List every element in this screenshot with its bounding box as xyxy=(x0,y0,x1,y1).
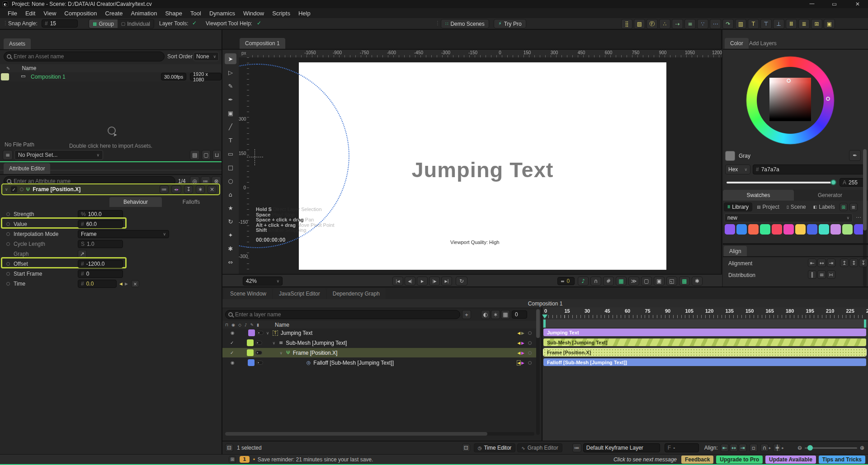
dropper-icon[interactable]: ✎ xyxy=(250,323,254,327)
current-color-swatch[interactable] xyxy=(725,151,735,161)
add-layer-button[interactable]: ＋ xyxy=(462,310,471,319)
kf-right-icon[interactable]: ▶ xyxy=(521,341,524,345)
duplicator-icon[interactable]: ⣿ xyxy=(621,19,632,29)
transport-button[interactable]: ▶| xyxy=(441,277,452,286)
distribute-scatter-icon[interactable]: ∺ xyxy=(827,270,835,279)
direct-select-tool-icon[interactable]: ▷ xyxy=(225,67,236,78)
status-action-button[interactable]: Tips and Tricks xyxy=(819,456,865,464)
interpolation-select[interactable]: Frame∨ xyxy=(78,230,169,238)
snap-angle-field[interactable]: # 15 xyxy=(42,19,78,28)
cube-icon[interactable]: ◇ xyxy=(238,323,241,327)
frame-field[interactable]: F- xyxy=(665,443,699,452)
message-count-badge[interactable]: 1 xyxy=(240,456,250,463)
menu-item[interactable]: Create xyxy=(101,10,127,17)
ellipse-tool-icon[interactable]: ○ xyxy=(225,175,236,186)
layer-color-chip[interactable] xyxy=(247,349,254,356)
solo-icon[interactable]: ▮ xyxy=(257,323,259,327)
select-tool-icon[interactable]: ➤ xyxy=(225,53,236,64)
keyframe-nav-icon[interactable]: ◂▸ xyxy=(171,185,181,193)
kf-right-icon[interactable]: ▶ xyxy=(521,351,524,355)
menu-item[interactable]: Help xyxy=(294,10,315,17)
layer-name[interactable]: Sub-Mesh [Jumping Text] xyxy=(286,340,347,346)
toolbar-grip[interactable]: ⋮ xyxy=(435,20,440,26)
status-action-button[interactable]: Update Available xyxy=(765,456,816,464)
stagger-icon[interactable]: ≡ xyxy=(684,19,696,29)
zoom-slider-knob[interactable] xyxy=(807,445,813,451)
close-icon[interactable]: × xyxy=(208,185,217,193)
palette-swatch[interactable] xyxy=(819,224,829,235)
palette-swatch[interactable] xyxy=(842,224,853,235)
hue-marker[interactable] xyxy=(826,97,830,101)
frame-grid-icon[interactable]: ▥ xyxy=(735,19,746,29)
menu-item[interactable]: Dynamics xyxy=(205,10,239,17)
arc-tool-icon[interactable]: ↻ xyxy=(225,216,236,227)
palette-swatch[interactable] xyxy=(725,224,735,235)
layer-toggle[interactable] xyxy=(256,361,263,365)
group-mode-button[interactable]: ▦Group xyxy=(89,19,118,28)
expand-chevron-icon[interactable]: ∨ xyxy=(272,341,275,345)
library-tab[interactable]: ⅢLibrary xyxy=(724,202,752,211)
scene-tab[interactable]: JavaScript Editor xyxy=(273,288,326,299)
kf-left-icon[interactable]: ◀ xyxy=(517,361,520,365)
palette-select[interactable]: new∨ xyxy=(724,213,853,222)
pen-tool-icon[interactable]: ✒ xyxy=(225,94,236,105)
layer-color-chip[interactable] xyxy=(248,359,255,366)
layer-row[interactable]: ◉ ∨ T Jumping Text ◀ ▶ xyxy=(222,328,536,338)
toolbar-grip[interactable]: ⋮ xyxy=(3,20,8,26)
kf-right-icon[interactable]: ▶ xyxy=(521,331,524,335)
viewport-tab-composition[interactable]: Composition 1 xyxy=(240,38,285,49)
pin-icon[interactable]: ↧ xyxy=(184,185,193,193)
layer-toggle[interactable] xyxy=(255,341,262,345)
tab-add-layers[interactable]: Add Layers xyxy=(749,40,777,47)
solo-radio[interactable] xyxy=(20,188,24,191)
kf-left-icon[interactable]: ◀ xyxy=(517,351,520,355)
work-area-end-handle[interactable] xyxy=(864,319,866,328)
trash-icon[interactable]: ⊔ xyxy=(212,150,222,160)
timeline-track[interactable]: Sub-Mesh [Jumping Text] xyxy=(543,338,866,346)
graph-editor-button[interactable]: ∿Graph Editor xyxy=(517,443,562,452)
layers-icon[interactable]: ▣ xyxy=(654,277,665,286)
canvas-text[interactable]: Jumping Text xyxy=(299,157,666,182)
palette-swatch[interactable] xyxy=(760,224,770,235)
scatter-icon[interactable]: ∴ xyxy=(659,19,670,29)
magnet-icon[interactable]: ∩ xyxy=(760,444,769,452)
lock-icon[interactable]: ⊓ xyxy=(225,323,228,327)
settings-gear-icon[interactable]: ✱ xyxy=(692,277,703,286)
sequence-icon[interactable]: ⋯ xyxy=(710,19,721,29)
layer-search-input[interactable] xyxy=(235,311,457,318)
connect-icon[interactable]: ∵ xyxy=(697,19,708,29)
status-grid-icon[interactable]: ⊞ xyxy=(229,456,236,463)
alpha-slider[interactable] xyxy=(726,182,836,183)
layer-row[interactable]: ◉ ◎ Falloff [Sub-Mesh [Jumping Text]] ◀ … xyxy=(222,358,536,367)
magnet-dropdown-icon[interactable]: ▸ xyxy=(769,446,771,450)
playhead[interactable] xyxy=(542,315,547,319)
palette-swatch[interactable] xyxy=(795,224,806,235)
tab-swatches[interactable]: Swatches xyxy=(723,190,794,201)
zoom-select[interactable]: 42%∨ xyxy=(243,277,283,286)
palette-swatch[interactable] xyxy=(783,224,794,235)
kf-right-icon[interactable]: ▶ xyxy=(521,361,524,365)
audio-icon[interactable]: ♪ xyxy=(578,277,589,286)
asset-search-field[interactable] xyxy=(4,52,165,61)
layer-row[interactable]: ✓ ∨ ≡ Sub-Mesh [Jumping Text] ◀ ▶ xyxy=(222,338,536,348)
sort-order-select[interactable]: None∨ xyxy=(193,52,219,61)
assets-tab[interactable]: Assets xyxy=(4,38,31,49)
distribute-h-icon[interactable]: ‖ xyxy=(808,270,816,279)
arc-icon[interactable]: ↷ xyxy=(722,19,734,29)
maximize-button[interactable]: ▭ xyxy=(832,1,837,7)
scene-tab[interactable]: Dependency Graph xyxy=(327,288,386,299)
transform-filter-icon[interactable]: ∗ xyxy=(491,310,500,319)
layer-toggle[interactable] xyxy=(255,351,262,355)
layer-list-scrollbar[interactable] xyxy=(536,309,540,435)
layer-toggle[interactable] xyxy=(257,331,264,335)
collapse-panel-icon[interactable]: ⊟ xyxy=(225,444,233,452)
window-icon[interactable]: ▢ xyxy=(202,150,211,160)
timeline-track[interactable]: Jumping Text xyxy=(543,329,866,336)
scene-tab[interactable]: Scene Window xyxy=(224,288,272,299)
rectangle-tool-icon[interactable]: □ xyxy=(225,162,236,173)
keyframe-layer-icon[interactable]: ≔ xyxy=(572,443,581,452)
duplicate-icon[interactable]: ◱ xyxy=(666,277,677,286)
align-tab[interactable]: Align xyxy=(724,246,747,256)
layer-name[interactable]: Falloff [Sub-Mesh [Jumping Text]] xyxy=(313,360,394,366)
alpha-slider-knob[interactable] xyxy=(830,179,836,185)
